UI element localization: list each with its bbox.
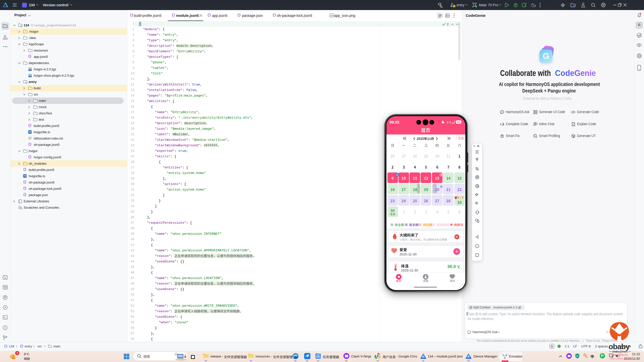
svg-text:100: 100 bbox=[457, 121, 460, 123]
